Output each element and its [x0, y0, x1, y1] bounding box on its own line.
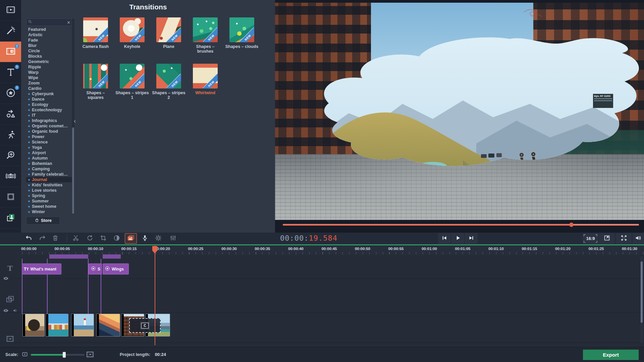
collapse-panel-chevron[interactable]: ‹ — [73, 116, 77, 126]
category-item[interactable]: Bohemian — [26, 161, 72, 166]
edit-trash-button[interactable] — [49, 233, 61, 244]
category-item[interactable]: Ripple — [26, 64, 72, 70]
category-item[interactable]: Organic cosmet… — [26, 123, 72, 129]
edit-settings-button[interactable] — [152, 233, 164, 244]
tool-stickers[interactable]: ! — [0, 83, 21, 104]
edit-crop-button[interactable] — [97, 233, 109, 244]
category-item[interactable]: Autumn — [26, 156, 72, 161]
category-item[interactable]: Camping — [26, 166, 72, 172]
title-clip[interactable]: S — [89, 263, 102, 275]
edit-redo-button[interactable] — [36, 233, 48, 244]
category-item[interactable]: Ecology — [26, 102, 72, 107]
title-clip[interactable]: Wings — [103, 263, 129, 275]
category-item[interactable]: Blocks — [26, 54, 72, 59]
video-clip-lighthouse[interactable] — [71, 314, 94, 337]
category-item[interactable]: Yoga — [26, 145, 72, 150]
transition-thumb-squares[interactable]: NEW — [83, 64, 108, 88]
category-item[interactable]: Winter — [26, 209, 72, 215]
category-item[interactable]: Organic food — [26, 129, 72, 134]
tool-animation[interactable] — [0, 125, 21, 145]
zoom-in-film-icon[interactable] — [86, 350, 94, 359]
seek-handle[interactable] — [569, 223, 574, 227]
category-item[interactable]: Summer — [26, 198, 72, 204]
tool-portrait[interactable] — [0, 208, 21, 229]
partial-title-clip[interactable] — [49, 254, 88, 259]
play-button[interactable] — [451, 233, 464, 244]
tool-clips[interactable] — [0, 0, 21, 21]
edit-undo-button[interactable] — [23, 233, 35, 244]
playhead-line[interactable] — [155, 246, 155, 345]
scale-slider-knob[interactable] — [63, 352, 66, 358]
transition-thumb-keyhole[interactable]: NEW — [120, 17, 145, 42]
zoom-out-film-icon[interactable] — [21, 351, 28, 358]
category-item[interactable]: Family celebrati… — [26, 172, 72, 177]
transition-thumb-whirlwind[interactable]: NEW — [193, 64, 218, 88]
category-item[interactable]: Circle — [26, 48, 72, 54]
category-item[interactable]: Blur — [26, 43, 72, 48]
store-button[interactable]: Store — [26, 217, 60, 225]
seek-bar[interactable] — [283, 224, 639, 226]
transition-thumb-brushes[interactable]: NEW — [193, 17, 218, 42]
transition-thumb-plane[interactable]: NEW — [156, 17, 181, 42]
timeline-ruler[interactable]: 00:00:0000:00:0500:00:1000:00:1500:00:20… — [21, 246, 644, 254]
video-clip-harbor[interactable] — [46, 314, 68, 337]
category-item[interactable]: Spring — [26, 193, 72, 198]
tool-wand[interactable] — [0, 21, 21, 42]
scrollbar-thumb[interactable] — [72, 127, 74, 214]
edit-properties-button[interactable] — [167, 233, 179, 244]
category-item[interactable]: Featured — [26, 27, 72, 32]
category-item[interactable]: Zoom — [26, 80, 72, 86]
category-item[interactable]: Wipe — [26, 75, 72, 80]
titles-track-eye-icon[interactable] — [3, 275, 9, 282]
category-item[interactable]: Science — [26, 139, 72, 145]
category-item[interactable]: Cyberpunk — [26, 91, 72, 97]
category-item[interactable]: Artistic — [26, 32, 72, 38]
clear-search-icon[interactable]: × — [67, 20, 70, 25]
category-item[interactable]: Power — [26, 134, 72, 139]
tool-titles[interactable]: ! — [0, 62, 21, 83]
category-item[interactable]: Cardio — [26, 86, 72, 91]
partial-title-clip[interactable] — [103, 254, 121, 259]
transition-thumb-clouds[interactable]: NEW — [229, 17, 254, 42]
category-item[interactable]: Love stories — [26, 188, 72, 193]
transition-thumb-stripes2[interactable]: NEW — [156, 64, 181, 88]
category-item[interactable]: Ecotechnology — [26, 107, 72, 113]
next-frame-button[interactable] — [465, 233, 478, 244]
category-item[interactable]: Fade — [26, 38, 72, 43]
video-clip-archway[interactable] — [22, 314, 45, 337]
search-box[interactable]: × — [26, 18, 72, 26]
timeline-scrollbar-thumb[interactable] — [641, 261, 643, 323]
pop-out-player-button[interactable] — [599, 233, 615, 244]
transition-thumb-flash[interactable]: NEW — [83, 17, 108, 42]
category-item[interactable]: Warp — [26, 70, 72, 75]
edit-cut-button[interactable] — [70, 233, 82, 244]
timeline-scrollbar[interactable] — [640, 256, 643, 343]
tool-stabilization[interactable] — [0, 166, 21, 187]
export-button[interactable]: Export — [583, 350, 639, 360]
edit-color-button[interactable] — [111, 233, 123, 244]
category-item[interactable]: Kids' festivities — [26, 182, 72, 188]
tool-callouts[interactable] — [0, 104, 21, 125]
tool-transitions[interactable]: ! — [0, 42, 21, 62]
title-clip[interactable]: TTWhat's meant — [22, 263, 61, 275]
volume-button[interactable] — [633, 233, 644, 244]
category-item[interactable]: Dance — [26, 97, 72, 102]
edit-transition-tool-button[interactable] — [125, 233, 137, 244]
category-item[interactable]: Airport — [26, 150, 72, 156]
overlay-track-eye-icon[interactable] — [3, 307, 9, 314]
overlay-track-audio-icon[interactable] — [12, 307, 18, 314]
transition-drop-zone[interactable]: C — [129, 318, 161, 333]
search-input[interactable] — [32, 20, 67, 24]
aspect-ratio-button[interactable]: 16:9 — [583, 233, 598, 244]
timeline-scale-slider[interactable] — [31, 354, 85, 356]
category-item[interactable]: Infographics — [26, 118, 72, 123]
video-clip-boat[interactable] — [96, 314, 120, 337]
category-item[interactable]: Journal — [26, 177, 72, 182]
transition-thumb-stripes1[interactable]: NEW — [120, 64, 145, 88]
category-item[interactable]: Geometric — [26, 59, 72, 64]
category-item[interactable]: IT — [26, 113, 72, 118]
previous-frame-button[interactable] — [438, 233, 451, 244]
category-item[interactable]: Sweet home — [26, 204, 72, 209]
edit-rotate-button[interactable] — [84, 233, 96, 244]
tool-chroma-key[interactable] — [0, 187, 21, 208]
